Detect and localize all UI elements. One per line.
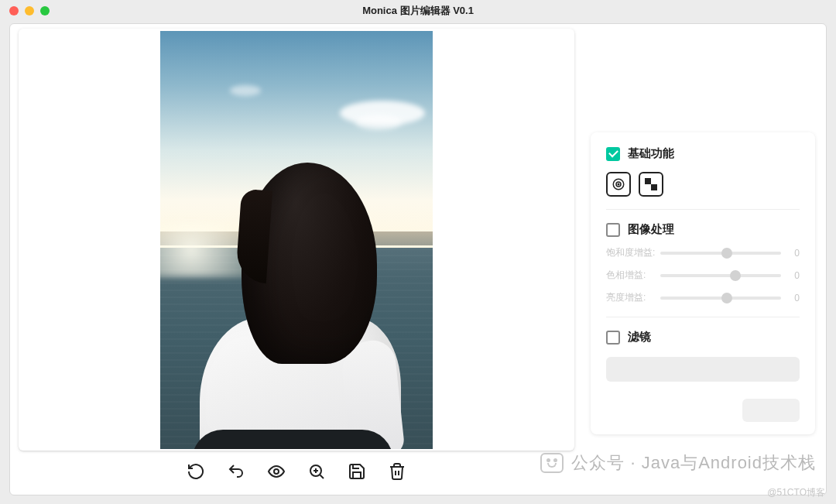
target-icon[interactable] (606, 172, 631, 197)
canvas-toolbar (186, 461, 407, 482)
canvas-area (10, 24, 583, 495)
svg-line-2 (320, 475, 324, 479)
brightness-label: 亮度增益: (606, 291, 654, 304)
divider (606, 209, 800, 210)
brightness-value: 0 (787, 293, 800, 303)
svg-point-7 (618, 183, 619, 185)
svg-rect-8 (645, 178, 651, 184)
side-panel: 基础功能 图像处理 饱和度增益: 0 (591, 132, 815, 434)
svg-point-0 (274, 469, 279, 474)
undo-icon[interactable] (226, 461, 246, 482)
divider (606, 317, 800, 317)
panel-action-button[interactable] (742, 399, 800, 422)
photo-figure (184, 155, 409, 449)
minimize-window-button[interactable] (25, 6, 34, 15)
preview-eye-icon[interactable] (266, 461, 286, 482)
image-card (19, 29, 574, 451)
brightness-slider[interactable] (660, 297, 781, 300)
saturation-label: 饱和度增益: (606, 246, 654, 259)
hue-slider[interactable] (660, 274, 781, 277)
section-image-processing: 图像处理 饱和度增益: 0 色相增益: 0 亮度增益: 0 (606, 222, 800, 304)
hue-value: 0 (787, 270, 800, 281)
slider-hue: 色相增益: 0 (606, 269, 800, 282)
delete-icon[interactable] (387, 461, 407, 482)
reset-icon[interactable] (186, 461, 206, 482)
section-basic: 基础功能 (606, 146, 800, 197)
slider-saturation: 饱和度增益: 0 (606, 246, 800, 259)
image-processing-checkbox[interactable] (606, 223, 620, 237)
save-icon[interactable] (347, 461, 367, 482)
filter-label: 滤镜 (628, 330, 651, 345)
titlebar: Monica 图片编辑器 V0.1 (0, 0, 836, 22)
hue-label: 色相增益: (606, 269, 654, 282)
svg-rect-9 (651, 184, 657, 190)
close-window-button[interactable] (9, 6, 19, 15)
app-window: 基础功能 图像处理 饱和度增益: 0 (9, 23, 827, 495)
image-processing-label: 图像处理 (628, 222, 674, 237)
window-title: Monica 图片编辑器 V0.1 (362, 4, 474, 18)
filter-disabled-button (606, 357, 800, 382)
checkerboard-icon[interactable] (639, 172, 663, 197)
filter-checkbox[interactable] (606, 331, 620, 345)
zoom-in-icon[interactable] (307, 461, 327, 482)
traffic-lights (9, 6, 50, 15)
slider-brightness: 亮度增益: 0 (606, 291, 800, 304)
section-filter: 滤镜 (606, 330, 800, 382)
edited-photo[interactable] (160, 31, 433, 449)
maximize-window-button[interactable] (40, 6, 50, 15)
basic-checkbox[interactable] (606, 147, 620, 161)
saturation-value: 0 (787, 248, 800, 259)
saturation-slider[interactable] (660, 252, 781, 255)
basic-label: 基础功能 (628, 146, 674, 161)
